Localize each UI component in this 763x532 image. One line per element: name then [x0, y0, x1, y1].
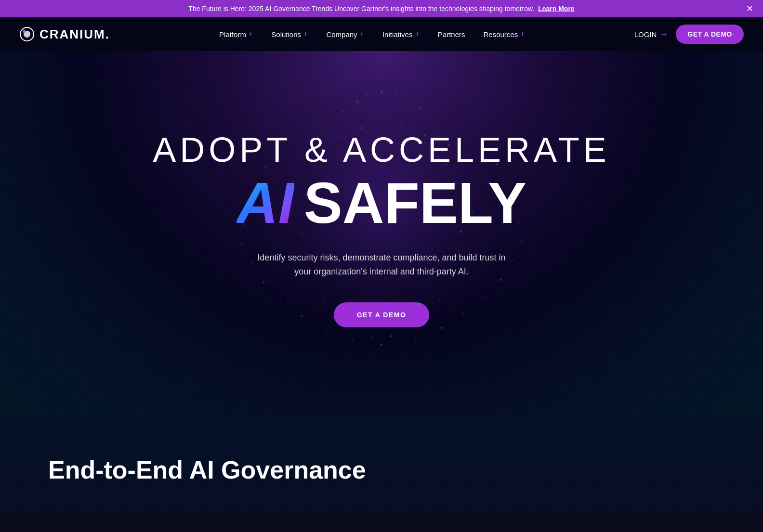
navbar: CRANIUM. Platform + Solutions + Company … — [0, 17, 763, 51]
login-button[interactable]: LOGIN → — [634, 29, 669, 39]
initiatives-plus-icon: + — [415, 30, 419, 39]
svg-point-4 — [381, 91, 382, 93]
logo-text: CRANIUM. — [39, 27, 110, 42]
login-arrow-icon: → — [659, 29, 668, 39]
bottom-title: End-to-End AI Governance — [48, 455, 715, 484]
nav-links: Platform + Solutions + Company + Initiat… — [212, 26, 531, 42]
svg-point-8 — [408, 100, 408, 101]
nav-actions: LOGIN → GET A DEMO — [634, 25, 744, 44]
get-demo-button[interactable]: GET A DEMO — [676, 25, 744, 44]
hero-safely-text: SAFELY — [304, 174, 526, 232]
close-icon[interactable]: ✕ — [746, 3, 753, 14]
svg-point-6 — [395, 94, 396, 95]
logo[interactable]: CRANIUM. — [19, 26, 110, 42]
resources-plus-icon: + — [520, 30, 525, 39]
announcement-link[interactable]: Learn More — [538, 5, 574, 13]
bottom-section: End-to-End AI Governance — [0, 417, 763, 513]
nav-item-initiatives[interactable]: Initiatives + — [376, 26, 426, 42]
nav-item-solutions[interactable]: Solutions + — [264, 26, 315, 42]
platform-plus-icon: + — [249, 30, 253, 39]
svg-point-5 — [367, 95, 368, 96]
hero-title-top: ADOPT & ACCELERATE — [153, 131, 610, 169]
logo-icon — [19, 26, 35, 42]
hero-title-bottom: AI SAFELY — [237, 174, 526, 232]
hero-section: ADOPT & ACCELERATE AI SAFELY Identify se… — [0, 51, 763, 417]
hero-content: ADOPT & ACCELERATE AI SAFELY Identify se… — [143, 102, 620, 366]
announcement-banner: The Future is Here: 2025 AI Governance T… — [0, 0, 763, 17]
hero-ai-text: AI — [237, 174, 294, 232]
announcement-text: The Future is Here: 2025 AI Governance T… — [188, 5, 534, 13]
nav-item-platform[interactable]: Platform + — [212, 26, 260, 42]
svg-point-2 — [23, 30, 26, 33]
hero-subtitle: Identify security risks, demonstrate com… — [256, 251, 507, 279]
hero-cta-button[interactable]: GET A DEMO — [334, 302, 430, 327]
solutions-plus-icon: + — [303, 30, 308, 39]
nav-item-resources[interactable]: Resources + — [477, 26, 532, 42]
company-plus-icon: + — [360, 30, 364, 39]
nav-item-company[interactable]: Company + — [319, 26, 371, 42]
nav-item-partners[interactable]: Partners — [431, 26, 472, 42]
